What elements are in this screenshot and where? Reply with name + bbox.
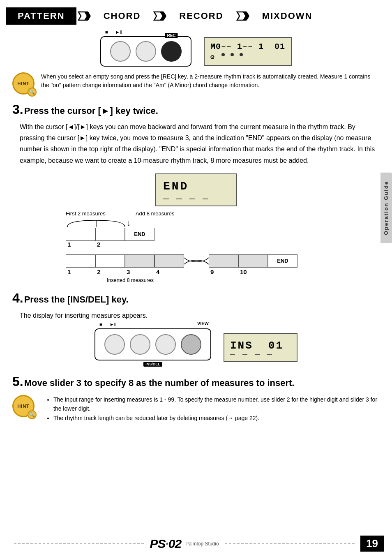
step-3-num: 3. <box>12 102 23 117</box>
measure-cell-2-9 <box>209 254 238 268</box>
dev-btn-rec: REC <box>161 41 182 62</box>
stop-icon: ■ <box>105 30 108 35</box>
measure-nums-2: 1 2 3 4 9 10 <box>25 268 367 275</box>
add8-label: — Add 8 measures <box>129 210 175 217</box>
measure-diagram: First 2 measures — Add 8 measures ↓ END … <box>25 210 367 283</box>
dev-top-icons: ■ ►II <box>105 30 122 35</box>
measure-cell-1-1 <box>66 228 95 241</box>
mnum-2-3: 3 <box>125 268 154 275</box>
footer-dashes-2 <box>225 543 355 544</box>
brace-middle <box>184 254 209 268</box>
svg-marker-5 <box>243 12 249 20</box>
ins-del-device: ■ ►II VIEW INS/DEL <box>95 328 211 367</box>
end-lcd: END <box>155 173 237 206</box>
measure-cell-1-end: END <box>125 228 154 241</box>
nav-label-pattern[interactable]: PATTERN <box>6 7 76 25</box>
mnum-2-4: 4 <box>154 268 184 275</box>
page-footer: PS·02 Palmtop Studio 19 <box>0 536 392 552</box>
nav-label-mixdown[interactable]: MIXDOWN <box>251 7 324 25</box>
dev2-btn-1 <box>104 334 125 355</box>
hint-box-1: HINT 🔍 When you select an empty song and… <box>12 72 380 95</box>
brace-svg-1 <box>66 219 127 228</box>
step-3-heading: 3. Press the cursor [►] key twice. <box>12 102 380 117</box>
nav-label-chord[interactable]: CHORD <box>92 7 152 25</box>
mnum-gap <box>184 268 209 275</box>
brand-logo: PS·02 Palmtop Studio <box>150 537 219 551</box>
device-diagram-1: ■ ►II REC <box>100 36 191 67</box>
brand-main: PS·02 <box>150 537 181 551</box>
nav-item-pattern[interactable]: PATTERN <box>6 7 76 25</box>
measure-row-1: END <box>25 228 367 241</box>
play-icon: ►II <box>115 30 122 35</box>
end-lcd-dots <box>163 195 229 199</box>
mnum-2-9: 9 <box>209 268 238 275</box>
hint-bullet-1: The input range for inserting measures i… <box>53 395 380 413</box>
measure-cell-2-end: END <box>268 254 297 268</box>
hint-icon-2: HINT 🔍 <box>12 395 35 417</box>
svg-marker-1 <box>84 12 91 20</box>
step-4-num: 4. <box>12 291 23 306</box>
main-content: ■ ►II REC M0–– 1–– 1 01 ⚙ HINT 🔍 When yo… <box>0 36 392 438</box>
lcd-dot-1 <box>221 53 225 56</box>
dev2-play-icon: ►II <box>110 322 117 327</box>
dev2-top-icons: ■ ►II <box>99 322 117 327</box>
rec-badge: REC <box>165 33 178 38</box>
nav-bar: PATTERN CHORD RECORD MIXDOWN <box>0 3 392 29</box>
device-area-2: ■ ►II VIEW INS/DEL INS 01 <box>12 328 380 367</box>
measure-row-2: END <box>25 254 367 268</box>
lcd-row2: ⚙ <box>210 53 285 61</box>
measure-cell-2-4 <box>154 254 184 268</box>
hint-magnify-1: 🔍 <box>28 88 37 97</box>
ins-del-buttons: ■ ►II VIEW <box>95 328 211 360</box>
dev2-btn-view <box>181 334 201 355</box>
mnum-2-2: 2 <box>95 268 125 275</box>
dev2-stop-icon: ■ <box>99 322 102 327</box>
hint-icon-1: HINT 🔍 <box>12 72 35 95</box>
inserted-label: Inserted 8 measures <box>25 277 367 283</box>
device-area-1: ■ ►II REC M0–– 1–– 1 01 ⚙ <box>12 36 380 67</box>
nav-label-record[interactable]: RECORD <box>168 7 235 25</box>
nav-arrow-3 <box>235 8 251 24</box>
step-4-body: The display for inserting measures appea… <box>20 310 380 321</box>
step-3-body: With the cursor [◄]/[►] keys you can mov… <box>20 121 380 166</box>
hint-label-1: HINT <box>17 81 30 86</box>
step-4-title: Press the [INS/DEL] key. <box>24 294 129 305</box>
nav-item-mixdown[interactable]: MIXDOWN <box>251 7 324 25</box>
step-3-title: Press the cursor [►] key twice. <box>24 106 158 116</box>
lcd-row1: M0–– 1–– 1 01 <box>210 42 285 51</box>
arrow-down-icon: ↓ <box>127 218 131 228</box>
nav-item-chord[interactable]: CHORD <box>92 7 152 25</box>
step-5-heading: 5. Move slider 3 to specify 8 as the num… <box>12 374 380 389</box>
end-display-area: END <box>12 173 380 206</box>
dev2-btn-3 <box>155 334 176 355</box>
ins-lcd-dots <box>230 354 291 355</box>
brace-row: ↓ <box>25 218 367 228</box>
nav-item-record[interactable]: RECORD <box>168 7 235 25</box>
step-5-title: Move slider 3 to specify 8 as the number… <box>24 378 295 388</box>
footer-dashes <box>14 543 144 544</box>
end-lcd-row1: END <box>163 180 229 193</box>
brace-svg-2 <box>184 254 209 268</box>
lcd-icon: ⚙ <box>210 53 216 61</box>
measure-cell-2-10 <box>238 254 268 268</box>
hint-label-2: HINT <box>17 404 30 409</box>
page-number: 19 <box>360 536 384 552</box>
step-4-heading: 4. Press the [INS/DEL] key. <box>12 291 380 306</box>
brand-sub: Palmtop Studio <box>185 541 219 547</box>
hint-bullet-2: The rhythm track length can be reduced l… <box>53 413 380 423</box>
mnum-1-2: 2 <box>95 241 125 248</box>
hint-text-1: When you select an empty song and press … <box>41 72 380 90</box>
measure-cell-2-1 <box>66 254 95 268</box>
first2-label: First 2 measures <box>66 210 125 217</box>
nav-arrow-1 <box>76 8 92 24</box>
ins-del-badge: INS/DEL <box>143 362 162 367</box>
lcd-display-1: M0–– 1–– 1 01 ⚙ <box>204 37 292 66</box>
measure-nums-1: 1 2 <box>25 241 367 248</box>
hint-bullet-list: The input range for inserting measures i… <box>53 395 380 423</box>
ins-lcd-row1: INS 01 <box>230 340 291 352</box>
mnum-1-1: 1 <box>66 241 95 248</box>
hint-box-2: HINT 🔍 The input range for inserting mea… <box>12 395 380 423</box>
hint-magnify-2: 🔍 <box>28 410 37 419</box>
view-badge: VIEW <box>197 321 209 326</box>
lcd-dot-2 <box>231 53 234 56</box>
